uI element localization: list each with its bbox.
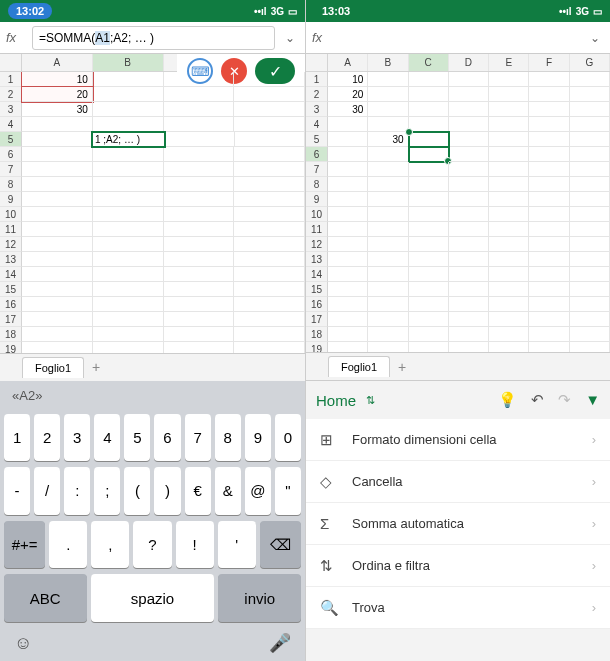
sheet-tab[interactable]: Foglio1 <box>22 357 84 378</box>
lightbulb-icon[interactable]: 💡 <box>498 391 517 409</box>
cell-A3[interactable]: 30 <box>22 102 93 117</box>
emoji-icon[interactable]: ☺ <box>14 633 32 654</box>
cell-C5[interactable] <box>409 132 449 147</box>
suggestion-bar[interactable]: «A2» <box>0 381 305 411</box>
sheet-tab[interactable]: Foglio1 <box>328 356 390 377</box>
undo-icon[interactable]: ↶ <box>531 391 544 409</box>
key-backspace[interactable]: ⌫ <box>260 521 301 569</box>
key[interactable]: 9 <box>245 414 271 462</box>
key[interactable]: ; <box>94 467 120 515</box>
formula-bar: fx ⌄ <box>306 22 610 54</box>
chevron-right-icon: › <box>592 432 596 447</box>
key[interactable]: 0 <box>275 414 301 462</box>
ribbon-item-label: Somma automatica <box>352 516 464 531</box>
ribbon-item[interactable]: ◇Cancella› <box>306 461 610 503</box>
ribbon-item[interactable]: 🔍Trova› <box>306 587 610 629</box>
key[interactable]: 2 <box>34 414 60 462</box>
time: 13:03 <box>314 3 358 19</box>
ribbon-item-label: Ordina e filtra <box>352 558 430 573</box>
key[interactable]: 1 <box>4 414 30 462</box>
ribbon-item-label: Formato dimensioni cella <box>352 432 497 447</box>
fx-icon: fx <box>312 30 332 45</box>
key[interactable]: 3 <box>64 414 90 462</box>
ribbon-item-label: Trova <box>352 600 385 615</box>
time: 13:02 <box>8 3 52 19</box>
column-headers: A B C D E F G <box>306 54 610 72</box>
cell-A2[interactable]: 20 <box>22 87 93 102</box>
signal-icon: ••ıl <box>254 6 267 17</box>
chevron-right-icon: › <box>592 558 596 573</box>
mic-icon[interactable]: 🎤 <box>269 632 291 654</box>
key[interactable]: ? <box>133 521 171 569</box>
redo-icon[interactable]: ↷ <box>558 391 571 409</box>
formula-bar: fx =SOMMA( A1 ;A2; … ) ⌄ <box>0 22 305 54</box>
key[interactable]: 4 <box>94 414 120 462</box>
key[interactable]: - <box>4 467 30 515</box>
status-bar: 13:03 ••ıl3G▭ <box>306 0 610 22</box>
key[interactable]: ( <box>124 467 150 515</box>
updown-icon[interactable]: ⇅ <box>366 394 375 407</box>
chevron-right-icon: › <box>592 516 596 531</box>
key[interactable]: € <box>185 467 211 515</box>
key[interactable]: , <box>91 521 129 569</box>
signal-icon: ••ıl <box>559 6 572 17</box>
status-bar: 13:02 ••ıl3G▭ <box>0 0 305 22</box>
key[interactable]: ) <box>154 467 180 515</box>
key[interactable]: ' <box>218 521 256 569</box>
ribbon: Home ⇅ 💡 ↶ ↷ ▼ ⊞Formato dimensioni cella… <box>306 380 610 661</box>
cell-B5[interactable]: 30 <box>368 132 408 147</box>
key[interactable]: " <box>275 467 301 515</box>
battery-icon: ▭ <box>288 6 297 17</box>
sheet-tabs: Foglio1 + <box>306 352 610 380</box>
ribbon-item-icon: ◇ <box>320 473 338 491</box>
col-A[interactable]: A <box>22 54 93 71</box>
key[interactable]: 8 <box>215 414 241 462</box>
col-B[interactable]: B <box>93 54 164 71</box>
chevron-right-icon: › <box>592 600 596 615</box>
formula-input[interactable]: =SOMMA( A1 ;A2; … ) <box>32 26 275 50</box>
key[interactable]: / <box>34 467 60 515</box>
key[interactable]: 5 <box>124 414 150 462</box>
chevron-right-icon: › <box>592 474 596 489</box>
ribbon-item-icon: Σ <box>320 515 338 532</box>
ribbon-item-icon: ⇅ <box>320 557 338 575</box>
add-sheet-button[interactable]: + <box>390 359 414 375</box>
ribbon-item-icon: 🔍 <box>320 599 338 617</box>
formula-input[interactable] <box>338 26 580 50</box>
ribbon-item-icon: ⊞ <box>320 431 338 449</box>
cell-B5[interactable]: 1 ;A2; … ) <box>92 132 165 147</box>
spreadsheet-grid[interactable]: 110 220 330 4 530 6 for(let i=7;i<=22;i+… <box>306 72 610 352</box>
keyboard: «A2» 1234567890 -/:;()€&@" #+=.,?!'⌫ ABC… <box>0 381 305 662</box>
key-space[interactable]: spazio <box>91 574 215 622</box>
key-symbols[interactable]: #+= <box>4 521 45 569</box>
fx-icon: fx <box>6 30 26 45</box>
cell-C6[interactable] <box>409 147 449 162</box>
key[interactable]: @ <box>245 467 271 515</box>
collapse-icon[interactable]: ▼ <box>585 391 600 409</box>
key[interactable]: & <box>215 467 241 515</box>
add-sheet-button[interactable]: + <box>84 359 108 375</box>
battery-icon: ▭ <box>593 6 602 17</box>
key[interactable]: ! <box>176 521 214 569</box>
ribbon-item[interactable]: ΣSomma automatica› <box>306 503 610 545</box>
chevron-down-icon[interactable]: ⌄ <box>586 31 604 45</box>
ribbon-item-label: Cancella <box>352 474 403 489</box>
key[interactable]: : <box>64 467 90 515</box>
key[interactable]: 6 <box>154 414 180 462</box>
ribbon-item[interactable]: ⇅Ordina e filtra› <box>306 545 610 587</box>
spreadsheet-grid[interactable]: 110 220 330 4 51 ;A2; … ) for(let i=6;i<… <box>0 72 305 353</box>
ribbon-home[interactable]: Home <box>316 392 356 409</box>
key[interactable]: . <box>49 521 87 569</box>
key-abc[interactable]: ABC <box>4 574 87 622</box>
cell-A1[interactable]: 10 <box>22 72 93 87</box>
key[interactable]: 7 <box>185 414 211 462</box>
key-enter[interactable]: invio <box>218 574 301 622</box>
chevron-down-icon[interactable]: ⌄ <box>281 31 299 45</box>
sheet-tabs: Foglio1 + <box>0 353 305 381</box>
ribbon-item[interactable]: ⊞Formato dimensioni cella› <box>306 419 610 461</box>
